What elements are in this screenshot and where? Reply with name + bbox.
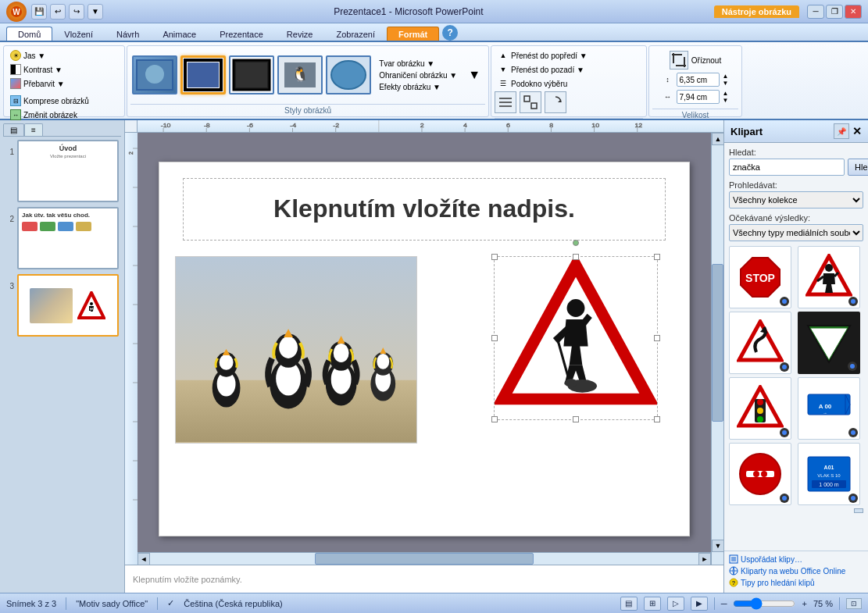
- kontrast-button[interactable]: Kontrast ▼: [7, 63, 66, 76]
- handle-topcenter[interactable]: [573, 254, 579, 260]
- redo-btn[interactable]: ↪: [69, 4, 84, 20]
- undo-btn[interactable]: ↩: [50, 4, 66, 20]
- tab-animace[interactable]: Animace: [151, 27, 208, 41]
- help-button[interactable]: ?: [442, 25, 458, 41]
- clipart-search-button[interactable]: Hledat: [848, 159, 868, 176]
- zoom-slider[interactable]: [733, 598, 795, 609]
- organize-clips-link[interactable]: Uspořádat klipy…: [729, 554, 863, 564]
- scroll-thumb-horizontal[interactable]: [315, 553, 534, 565]
- height-input[interactable]: [677, 73, 720, 87]
- office-button[interactable]: W: [6, 2, 27, 22]
- clipart-item-1[interactable]: STOP: [729, 246, 791, 308]
- scroll-left-button[interactable]: ◄: [138, 553, 150, 565]
- style-thumb-2[interactable]: [180, 55, 226, 94]
- handle-bottomleft[interactable]: [491, 416, 498, 422]
- width-down[interactable]: ▼: [723, 98, 729, 104]
- tab-outline[interactable]: ≡: [24, 123, 43, 136]
- style-thumb-3[interactable]: [229, 55, 274, 94]
- style-thumb-5[interactable]: [326, 55, 371, 94]
- prebarvit-button[interactable]: Přebarvit ▼: [7, 77, 68, 90]
- clipart-item-5[interactable]: [729, 377, 791, 440]
- crop-icon[interactable]: [670, 51, 688, 69]
- minimize-button[interactable]: ─: [807, 5, 824, 19]
- efekty-button[interactable]: Efekty obrázku ▼: [376, 82, 460, 92]
- tvar-button[interactable]: Tvar obrázku ▼: [376, 59, 460, 69]
- more-btn[interactable]: ▼: [88, 4, 103, 20]
- podokno-vyberu-button[interactable]: ☰ Podokno výběru: [495, 77, 570, 90]
- clipart-browse-select[interactable]: Všechny kolekce: [729, 191, 863, 208]
- scroll-down-button[interactable]: ▼: [712, 540, 723, 552]
- clipart-item-6[interactable]: A 00 →: [798, 377, 860, 440]
- tab-zobrazeni[interactable]: Zobrazení: [324, 27, 387, 41]
- svg-point-85: [377, 353, 389, 369]
- expand-styles[interactable]: ▼: [465, 67, 484, 83]
- ohraniceni-button[interactable]: Ohraničení obrázku ▼: [376, 70, 460, 80]
- rotate-btn[interactable]: [545, 91, 566, 113]
- tab-revize[interactable]: Revize: [275, 27, 325, 41]
- handle-middleleft[interactable]: [491, 335, 498, 341]
- zoom-minus-button[interactable]: ─: [721, 599, 727, 608]
- tab-navrh[interactable]: Návrh: [105, 27, 151, 41]
- width-up[interactable]: ▲: [723, 91, 729, 97]
- selected-image[interactable]: [494, 256, 658, 420]
- view-normal-button[interactable]: ▤: [620, 597, 638, 611]
- style-thumb-4[interactable]: 🐧: [277, 55, 323, 94]
- scroll-up-button[interactable]: ▲: [712, 133, 723, 145]
- prenest-popredi-button[interactable]: ▲ Přenést do popředí ▼: [495, 49, 591, 62]
- align-btn[interactable]: [495, 91, 516, 113]
- view-slideshow-button[interactable]: ▶: [691, 597, 708, 611]
- view-reading-button[interactable]: ▷: [667, 597, 684, 611]
- komprese-button[interactable]: ⊟ Komprese obrázků: [7, 94, 92, 107]
- handle-bottomcenter[interactable]: [573, 416, 579, 422]
- window-controls: ─ ❐ ✕: [807, 5, 862, 19]
- fit-window-button[interactable]: ⊡: [846, 598, 862, 609]
- handle-bottomright[interactable]: [654, 416, 660, 422]
- tab-domu[interactable]: Domů: [6, 27, 52, 41]
- clipart-search-input[interactable]: [729, 159, 845, 176]
- prenest-pozadi-button[interactable]: ▼ Přenést do pozadí ▼: [495, 63, 588, 76]
- restore-button[interactable]: ❐: [826, 5, 843, 19]
- slide-thumb-2[interactable]: 2 Jak útv. tak věšu chod.: [3, 207, 121, 269]
- notes-bar[interactable]: Klepnutím vložíte poznámky.: [125, 565, 723, 593]
- clipart-results-select[interactable]: Všechny typy mediálních soubo: [729, 224, 863, 241]
- tab-vlozeni[interactable]: Vložení: [52, 27, 105, 41]
- height-down[interactable]: ▼: [723, 80, 729, 87]
- scroll-right-button[interactable]: ►: [698, 553, 711, 565]
- slide-preview-2[interactable]: Jak útv. tak věšu chod.: [17, 207, 119, 269]
- penguin-image[interactable]: [175, 256, 417, 444]
- grid-scroll-handle[interactable]: [854, 508, 863, 513]
- height-up[interactable]: ▲: [723, 73, 729, 80]
- group-btn[interactable]: [520, 91, 541, 113]
- style-thumb-1[interactable]: [132, 55, 177, 94]
- handle-middleright[interactable]: [654, 335, 660, 341]
- handle-topleft[interactable]: [491, 254, 498, 260]
- scroll-thumb-vertical[interactable]: [712, 264, 723, 422]
- tips-link[interactable]: ? Tipy pro hledání klipů: [729, 578, 863, 587]
- tab-slides[interactable]: ▤: [3, 123, 24, 136]
- jas-button[interactable]: ☀ Jas ▼: [7, 49, 48, 62]
- title-placeholder[interactable]: Klepnutím vložíte nadpis.: [183, 178, 666, 241]
- tab-format[interactable]: Formát: [387, 27, 439, 41]
- view-sorter-button[interactable]: ⊞: [644, 597, 661, 611]
- slide-thumb-1[interactable]: 1 Úvod Vložte prezentaci: [3, 140, 121, 202]
- clips-online-link[interactable]: Kliparty na webu Office Online: [729, 566, 863, 576]
- handle-topright[interactable]: [654, 254, 660, 260]
- slide-preview-1[interactable]: Úvod Vložte prezentaci: [17, 140, 119, 202]
- handle-rotate[interactable]: [573, 240, 579, 246]
- width-input[interactable]: [677, 90, 720, 104]
- tab-prezentace[interactable]: Prezentace: [208, 27, 275, 41]
- slide-preview-3[interactable]: [17, 274, 119, 337]
- zmenit-button[interactable]: ↔ Změnit obrázek: [7, 109, 80, 121]
- zoom-plus-button[interactable]: +: [802, 599, 806, 608]
- clipart-item-4[interactable]: [798, 312, 860, 374]
- clipart-item-7[interactable]: [729, 443, 791, 505]
- close-button[interactable]: ✕: [845, 5, 862, 19]
- clipart-pin-button[interactable]: 📌: [834, 123, 849, 139]
- clipart-close-button[interactable]: ✕: [852, 125, 862, 137]
- clipart-item-2[interactable]: [798, 246, 860, 308]
- save-btn[interactable]: 💾: [31, 4, 47, 20]
- item-badge-8: [848, 494, 858, 503]
- clipart-item-8[interactable]: A01 VLAK S 10 1 000 m: [798, 443, 860, 505]
- clipart-item-3[interactable]: [729, 312, 791, 374]
- slide-thumb-3[interactable]: 3: [3, 274, 121, 337]
